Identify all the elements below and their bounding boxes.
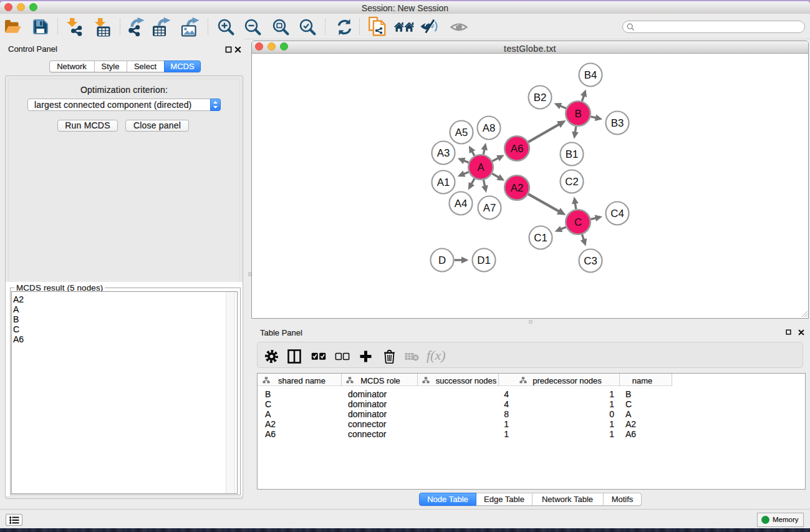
svg-text:D1: D1: [477, 254, 490, 266]
svg-text:A1: A1: [437, 177, 450, 188]
svg-text:A2: A2: [511, 182, 524, 194]
svg-text:A6: A6: [511, 143, 524, 155]
svg-text:C4: C4: [610, 208, 624, 220]
svg-text:A8: A8: [483, 122, 496, 134]
svg-text:C3: C3: [584, 255, 597, 267]
svg-text:D: D: [438, 254, 446, 266]
svg-text:B4: B4: [584, 69, 597, 81]
svg-text:C1: C1: [534, 232, 547, 244]
svg-text:B: B: [574, 108, 581, 120]
svg-text:B1: B1: [566, 148, 579, 160]
svg-text:A7: A7: [483, 202, 496, 214]
svg-text:A4: A4: [455, 198, 468, 210]
svg-text:B2: B2: [534, 92, 547, 104]
svg-text:C: C: [574, 216, 582, 228]
svg-text:A3: A3: [437, 147, 450, 159]
svg-text:A5: A5: [455, 127, 468, 138]
svg-text:C2: C2: [565, 176, 578, 188]
svg-text:B3: B3: [611, 117, 624, 129]
svg-text:A: A: [477, 162, 485, 173]
